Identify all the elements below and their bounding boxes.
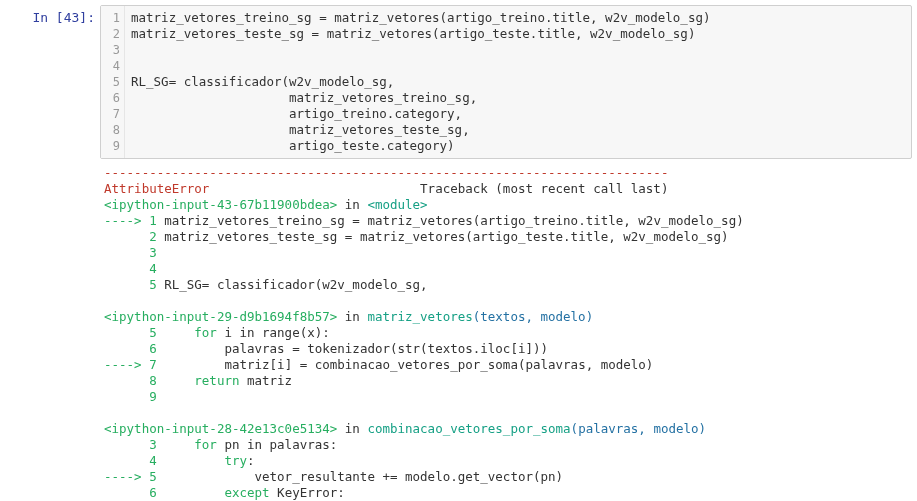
code-fragment: matriz[i] = combinacao_vetores_por_soma(… <box>224 357 653 372</box>
traceback-label: Traceback (most recent call last) <box>209 181 668 196</box>
frame-in: in <box>337 421 367 436</box>
code-fragment: KeyError <box>270 485 338 500</box>
code-fragment: : <box>247 453 255 468</box>
line-prefix: 3 <box>104 245 164 260</box>
arrow-line: ----> 1 <box>104 213 164 228</box>
frame-location: <ipython-input-28-42e13c0e5134> <box>104 421 337 436</box>
line-prefix: 5 <box>104 325 194 340</box>
code-editor[interactable]: matriz_vetores_treino_sg = matriz_vetore… <box>125 6 911 158</box>
line-prefix: 4 <box>104 453 224 468</box>
line-prefix: 8 <box>104 373 194 388</box>
line-prefix: 5 <box>104 277 164 292</box>
line-prefix: 2 <box>104 229 164 244</box>
line-number: 8 <box>105 122 120 138</box>
code-fragment: palavras = tokenizador(str(textos.iloc[i… <box>224 341 548 356</box>
line-number: 3 <box>105 42 120 58</box>
line-number: 5 <box>105 74 120 90</box>
frame-function: <module> <box>367 197 427 212</box>
code-cell: In [43]: 1 2 3 4 5 6 7 8 9 matriz_vetore… <box>5 5 912 501</box>
error-type: AttributeError <box>104 181 209 196</box>
frame-function: matriz_vetores <box>367 309 472 324</box>
line-number: 2 <box>105 26 120 42</box>
keyword: for <box>194 437 217 452</box>
line-prefix: 6 <box>104 485 224 500</box>
code-input-area[interactable]: 1 2 3 4 5 6 7 8 9 matriz_vetores_treino_… <box>100 5 912 159</box>
code-line: artigo_teste.category) <box>131 138 455 153</box>
keyword: except <box>224 485 269 500</box>
frame-function: combinacao_vetores_por_soma <box>367 421 570 436</box>
line-number: 6 <box>105 90 120 106</box>
frame-location: <ipython-input-43-67b11900bdea> <box>104 197 337 212</box>
frame-in: in <box>337 197 367 212</box>
keyword: for <box>194 325 217 340</box>
keyword: return <box>194 373 239 388</box>
code-line: RL_SG= classificador(w2v_modelo_sg, <box>131 74 394 89</box>
input-prompt-area: In [43]: <box>5 5 100 501</box>
code-line: matriz_vetores_treino_sg, <box>131 90 477 105</box>
code-fragment: : <box>337 485 345 500</box>
frame-args: (textos, modelo) <box>473 309 593 324</box>
cell-body: 1 2 3 4 5 6 7 8 9 matriz_vetores_treino_… <box>100 5 912 501</box>
code-line: matriz_vetores_teste_sg, <box>131 122 470 137</box>
code-fragment: matriz_vetores_teste_sg = matriz_vetores… <box>164 229 728 244</box>
code-fragment: vetor_resultante += modelo.get_vector(pn… <box>255 469 564 484</box>
keyword: try <box>224 453 247 468</box>
line-number: 4 <box>105 58 120 74</box>
code-fragment: matriz_vetores_treino_sg = matriz_vetore… <box>164 213 743 228</box>
frame-location: <ipython-input-29-d9b1694f8b57> <box>104 309 337 324</box>
code-fragment: matriz <box>239 373 292 388</box>
arrow-line: ----> 7 <box>104 357 224 372</box>
code-line: matriz_vetores_teste_sg = matriz_vetores… <box>131 26 695 41</box>
frame-in: in <box>337 309 367 324</box>
arrow-line: ----> 5 <box>104 469 255 484</box>
code-fragment: i in range(x): <box>217 325 330 340</box>
code-fragment: RL_SG= classificador(w2v_modelo_sg, <box>164 277 427 292</box>
line-number: 9 <box>105 138 120 154</box>
frame-args: (palavras, modelo) <box>571 421 706 436</box>
line-number: 7 <box>105 106 120 122</box>
traceback-dashes: ----------------------------------------… <box>104 165 668 180</box>
line-prefix: 3 <box>104 437 194 452</box>
error-output: ----------------------------------------… <box>100 159 912 501</box>
line-prefix: 6 <box>104 341 224 356</box>
line-prefix: 4 <box>104 261 164 276</box>
code-fragment: pn in palavras: <box>217 437 337 452</box>
line-number: 1 <box>105 10 120 26</box>
line-number-gutter: 1 2 3 4 5 6 7 8 9 <box>101 6 125 158</box>
line-prefix: 9 <box>104 389 164 404</box>
code-line: matriz_vetores_treino_sg = matriz_vetore… <box>131 10 710 25</box>
code-line: artigo_treino.category, <box>131 106 462 121</box>
input-prompt: In [43]: <box>32 10 95 25</box>
